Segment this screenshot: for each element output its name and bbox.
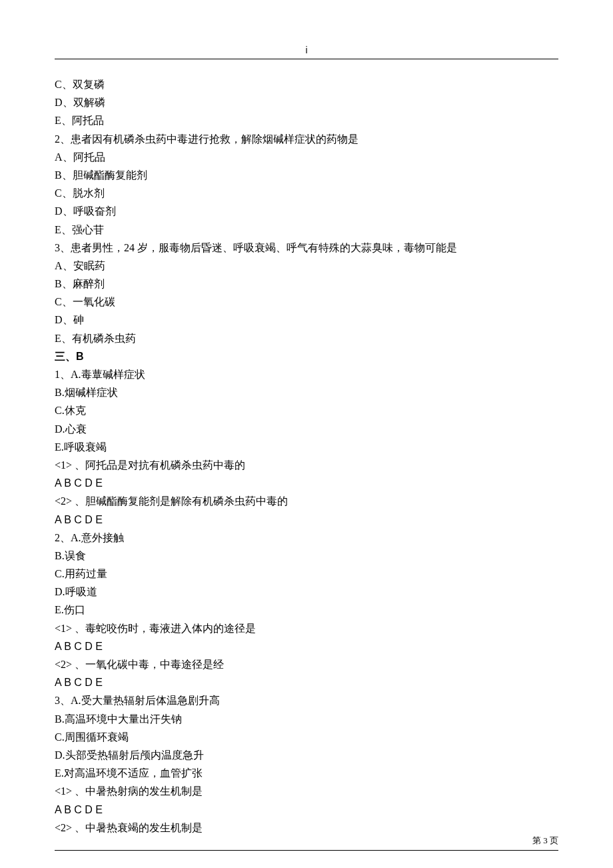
text-line: C、脱水剂 — [55, 184, 558, 202]
text-line: <2> 、一氧化碳中毒，中毒途径是经 — [55, 655, 558, 673]
text-line: D.头部受热辐射后颅内温度急升 — [55, 746, 558, 764]
text-line: <1> 、中暑热射病的发生机制是 — [55, 782, 558, 800]
text-line: C、双复磷 — [55, 75, 558, 93]
text-line: A B C D E — [55, 637, 558, 655]
text-line: C.周围循环衰竭 — [55, 728, 558, 746]
text-line: 2、A.意外接触 — [55, 529, 558, 547]
text-line: D.呼吸道 — [55, 583, 558, 601]
text-line: A B C D E — [55, 474, 558, 492]
text-line: A、阿托品 — [55, 148, 558, 166]
text-line: E、强心苷 — [55, 221, 558, 239]
text-line: 三、B — [55, 347, 558, 365]
text-line: B.误食 — [55, 547, 558, 565]
document-body: C、双复磷D、双解磷E、阿托品2、患者因有机磷杀虫药中毒进行抢救，解除烟碱样症状… — [55, 75, 558, 837]
text-line: B、麻醉剂 — [55, 275, 558, 293]
text-line: 3、患者男性，24 岁，服毒物后昏迷、呼吸衰竭、呼气有特殊的大蒜臭味，毒物可能是 — [55, 239, 558, 257]
text-line: <2> 、胆碱酯酶复能剂是解除有机磷杀虫药中毒的 — [55, 492, 558, 510]
text-line: E、有机磷杀虫药 — [55, 329, 558, 347]
text-line: 1、A.毒蕈碱样症状 — [55, 365, 558, 383]
text-line: D、呼吸奋剂 — [55, 202, 558, 220]
text-line: 2、患者因有机磷杀虫药中毒进行抢救，解除烟碱样症状的药物是 — [55, 130, 558, 148]
text-line: C.用药过量 — [55, 565, 558, 583]
text-line: B、胆碱酯酶复能剂 — [55, 166, 558, 184]
text-line: D、砷 — [55, 311, 558, 329]
text-line: <2> 、中暑热衰竭的发生机制是 — [55, 819, 558, 837]
text-line: C.休克 — [55, 401, 558, 419]
text-line: <1> 、毒蛇咬伤时，毒液进入体内的途径是 — [55, 619, 558, 637]
text-line: E.呼吸衰竭 — [55, 438, 558, 456]
text-line: A、安眠药 — [55, 257, 558, 275]
text-line: E.伤口 — [55, 601, 558, 619]
page-footer-rule — [55, 850, 558, 851]
text-line: <1> 、阿托品是对抗有机磷杀虫药中毒的 — [55, 456, 558, 474]
text-line: A B C D E — [55, 801, 558, 819]
text-line: D、双解磷 — [55, 93, 558, 111]
text-line: E.对高温环境不适应，血管扩张 — [55, 764, 558, 782]
text-line: E、阿托品 — [55, 111, 558, 129]
text-line: B.烟碱样症状 — [55, 383, 558, 401]
text-line: A B C D E — [55, 511, 558, 529]
text-line: C、一氧化碳 — [55, 293, 558, 311]
document-page: i C、双复磷D、双解磷E、阿托品2、患者因有机磷杀虫药中毒进行抢救，解除烟碱样… — [0, 0, 613, 868]
text-line: B.高温环境中大量出汗失钠 — [55, 710, 558, 728]
page-number: 第 3 页 — [532, 833, 558, 848]
page-header-rule: i — [55, 43, 558, 59]
text-line: 3、A.受大量热辐射后体温急剧升高 — [55, 691, 558, 709]
header-marker: i — [305, 45, 307, 55]
text-line: A B C D E — [55, 673, 558, 691]
text-line: D.心衰 — [55, 420, 558, 438]
